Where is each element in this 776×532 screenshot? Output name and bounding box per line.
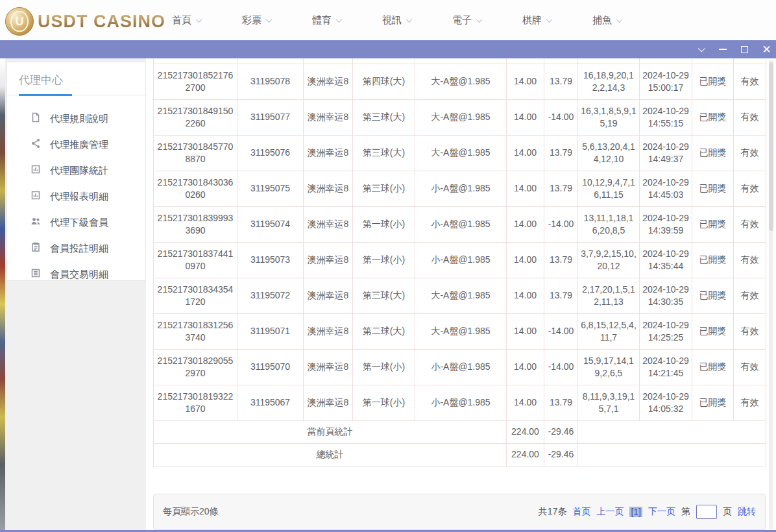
cell-status: 已開獎: [692, 278, 734, 313]
window-controls: ✕: [696, 40, 771, 58]
summary-amount: 224.00: [507, 443, 544, 466]
pagination-bar: 每頁顯示20條 共17条 首页 上一页 [1] 下一页 第 页 跳转: [153, 494, 766, 530]
cell-status: 已開獎: [692, 206, 734, 242]
cell-bet-content: 大-A盤@1.985: [415, 64, 507, 99]
cell-order-id: 2152173018491502260: [154, 99, 237, 135]
cell-game: 澳洲幸运8: [304, 135, 353, 171]
cell-amount: 14.00: [507, 313, 544, 349]
cell-status: 已開獎: [692, 99, 734, 135]
cell-order-id: 2152173018343541720: [154, 278, 237, 313]
nav-item-0[interactable]: 首頁: [172, 14, 201, 27]
cell-win-loss: -14.00: [544, 313, 578, 349]
cell-bet-content: 小-A盤@1.985: [415, 206, 507, 242]
document-icon: [30, 112, 41, 125]
cell-result: 16,3,1,8,5,9,15,19: [578, 99, 640, 135]
cell-time: 2024-10-29 14:55:15: [640, 99, 692, 135]
cell-order-id: 2152173018312563740: [154, 313, 237, 349]
table-row-partial: [154, 58, 766, 64]
nav-item-1[interactable]: 彩票: [242, 14, 271, 27]
cell-member-id: 31195076: [237, 135, 304, 171]
sidebar-item-3[interactable]: 代理報表明細: [7, 184, 145, 210]
cell-play-type: 第三球(大): [353, 135, 415, 171]
cell-win-loss: -14.00: [544, 99, 578, 135]
cell-time: 2024-10-29 14:35:44: [640, 242, 692, 278]
sidebar: 代理中心 代理規則說明代理推廣管理代理團隊統計代理報表明細代理下級會員會員投註明…: [6, 62, 146, 281]
cell-member-id: 31195074: [237, 206, 304, 242]
cell-win-loss: 13.79: [544, 171, 578, 206]
nav-item-3[interactable]: 視訊: [382, 14, 411, 27]
cell-amount: 14.00: [507, 385, 544, 420]
cell-amount: 14.00: [507, 278, 544, 313]
page-number-input[interactable]: [696, 505, 717, 519]
close-icon[interactable]: ✕: [762, 45, 771, 54]
next-page-link[interactable]: 下一页: [648, 506, 675, 518]
cell-play-type: 第一球(小): [353, 349, 415, 385]
sidebar-item-label: 會員投註明細: [50, 243, 108, 255]
cell-play-type: 第四球(大): [353, 64, 415, 99]
empty-cell: [415, 58, 507, 64]
first-page-link[interactable]: 首页: [572, 506, 590, 518]
total-summary-row: 總統計224.00-29.46: [154, 443, 766, 466]
nav-item-5[interactable]: 棋牌: [522, 14, 552, 27]
jump-link[interactable]: 跳转: [738, 506, 756, 518]
summary-empty-cell: [578, 443, 766, 466]
minimize-icon[interactable]: [718, 45, 727, 54]
cell-time: 2024-10-29 15:00:17: [640, 64, 692, 99]
coin-logo-icon: U: [5, 7, 34, 36]
cell-time: 2024-10-29 14:21:45: [640, 349, 692, 385]
empty-cell: [734, 58, 766, 64]
sidebar-item-5[interactable]: 會員投註明細: [7, 236, 145, 261]
cell-play-type: 第三球(大): [353, 278, 415, 313]
maximize-icon[interactable]: [740, 45, 749, 54]
sidebar-item-0[interactable]: 代理規則說明: [7, 106, 145, 132]
nav-item-2[interactable]: 體育: [312, 14, 341, 27]
nav-item-4[interactable]: 電子: [452, 14, 481, 27]
main-content: 215217301852176270031195078澳洲幸运8第四球(大)大-…: [146, 58, 776, 531]
table-row: 215217301829055297031195070澳洲幸运8第一球(小)小-…: [154, 349, 766, 385]
cell-bet-content: 小-A盤@1.985: [415, 242, 507, 278]
sidebar-item-6[interactable]: 會員交易明細: [7, 261, 145, 287]
cell-member-id: 31195067: [237, 385, 304, 420]
current-page-indicator[interactable]: [1]: [629, 507, 642, 517]
empty-cell: [237, 58, 304, 64]
collapse-icon[interactable]: [696, 45, 705, 54]
vertical-scrollbar[interactable]: [769, 60, 773, 529]
cell-valid: 有效: [734, 171, 766, 206]
scrollbar-thumb[interactable]: [769, 62, 773, 231]
sidebar-item-1[interactable]: 代理推廣管理: [7, 132, 145, 158]
cell-play-type: 第一球(小): [353, 242, 415, 278]
cell-member-id: 31195073: [237, 242, 304, 278]
share-icon: [30, 138, 41, 151]
cell-result: 8,11,9,3,19,15,7,1: [578, 385, 640, 420]
empty-cell: [640, 58, 692, 64]
summary-label: 當前頁統計: [154, 420, 507, 443]
cell-result: 13,11,1,18,16,20,8,5: [578, 206, 640, 242]
nav-item-6[interactable]: 捕魚: [592, 14, 622, 27]
empty-cell: [154, 58, 237, 64]
table-row: 215217301831256374031195071澳洲幸运8第二球(大)大-…: [154, 313, 766, 349]
sidebar-menu: 代理規則說明代理推廣管理代理團隊統計代理報表明細代理下級會員會員投註明細會員交易…: [7, 95, 145, 287]
cell-time: 2024-10-29 14:49:37: [640, 135, 692, 171]
cell-member-id: 31195075: [237, 171, 304, 206]
cell-win-loss: 13.79: [544, 242, 578, 278]
summary-empty-cell: [578, 420, 766, 443]
prev-page-link[interactable]: 上一页: [596, 506, 624, 518]
sidebar-item-4[interactable]: 代理下級會員: [7, 210, 145, 236]
pagination-controls: 共17条 首页 上一页 [1] 下一页 第 页 跳转: [539, 505, 756, 519]
chevron-down-icon: [616, 16, 623, 23]
cell-status: 已開獎: [692, 385, 734, 420]
cell-amount: 14.00: [507, 349, 544, 385]
cell-status: 已開獎: [692, 242, 734, 278]
report-icon: [30, 164, 41, 177]
sidebar-item-label: 會員交易明細: [50, 269, 108, 281]
cell-time: 2024-10-29 14:25:25: [640, 313, 692, 349]
cell-win-loss: -14.00: [544, 206, 578, 242]
cell-bet-content: 大-A盤@1.985: [415, 278, 507, 313]
cell-play-type: 第一球(小): [353, 206, 415, 242]
cell-bet-content: 大-A盤@1.985: [415, 99, 507, 135]
sidebar-item-2[interactable]: 代理團隊統計: [7, 158, 145, 184]
brand-logo[interactable]: U USDT CASINO: [5, 7, 165, 36]
cell-amount: 14.00: [507, 171, 544, 206]
empty-cell: [578, 58, 640, 64]
site-header: U USDT CASINO 首頁彩票體育視訊電子棋牌捕魚: [0, 0, 776, 40]
